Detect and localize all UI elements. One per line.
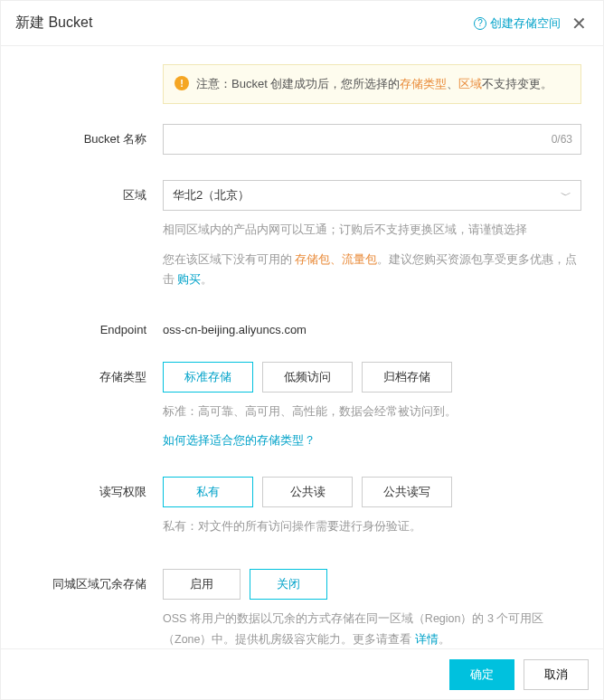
close-icon[interactable]: ✕ (570, 14, 589, 33)
help-icon: ? (474, 17, 486, 30)
storage-hint: 标准：高可靠、高可用、高性能，数据会经常被访问到。 (163, 402, 581, 422)
bucket-name-input[interactable] (163, 124, 581, 155)
acl-hint: 私有：对文件的所有访问操作需要进行身份验证。 (163, 516, 581, 537)
redundancy-option-off[interactable]: 关闭 (250, 569, 327, 600)
label-endpoint: Endpoint (23, 316, 163, 336)
storage-option-standard[interactable]: 标准存储 (163, 362, 253, 393)
label-bucket-name: Bucket 名称 (23, 124, 163, 155)
acl-option-private[interactable]: 私有 (163, 477, 253, 507)
label-region: 区域 (23, 180, 163, 290)
region-select[interactable]: 华北2（北京） ﹀ (163, 180, 581, 211)
label-redundancy: 同城区域冗余存储 (23, 569, 163, 648)
warning-alert: ! 注意：Bucket 创建成功后，您所选择的存储类型、区域不支持变更。 (163, 64, 581, 104)
ok-button[interactable]: 确定 (449, 659, 514, 690)
storage-option-ia[interactable]: 低频访问 (262, 362, 353, 393)
cancel-button[interactable]: 取消 (524, 659, 589, 690)
storage-help-link[interactable]: 如何选择适合您的存储类型？ (163, 434, 316, 447)
acl-option-public-rw[interactable]: 公共读写 (362, 477, 452, 507)
help-link[interactable]: ? 创建存储空间 (474, 15, 561, 32)
name-counter: 0/63 (552, 124, 572, 155)
label-storage-type: 存储类型 (23, 362, 163, 451)
redundancy-option-on[interactable]: 启用 (163, 569, 241, 600)
modal-title: 新建 Bucket (15, 14, 92, 33)
warning-text: 注意：Bucket 创建成功后，您所选择的存储类型、区域不支持变更。 (196, 74, 552, 94)
endpoint-value: oss-cn-beijing.aliyuncs.com (163, 316, 581, 336)
storage-option-archive[interactable]: 归档存储 (362, 362, 452, 393)
help-link-label: 创建存储空间 (490, 15, 561, 32)
acl-option-public-read[interactable]: 公共读 (262, 477, 353, 507)
redundancy-hint: OSS 将用户的数据以冗余的方式存储在同一区域（Region）的 3 个可用区（… (163, 609, 581, 648)
region-hint-1: 相同区域内的产品内网可以互通；订购后不支持更换区域，请谨慎选择 (163, 220, 581, 241)
redundancy-link[interactable]: 详情 (415, 633, 439, 646)
region-selected: 华北2（北京） (173, 187, 250, 203)
buy-link[interactable]: 购买 (177, 273, 201, 286)
label-acl: 读写权限 (23, 477, 163, 537)
region-hint-2: 您在该区域下没有可用的 存储包、流量包。建议您购买资源包享受更多优惠，点击 购买… (163, 250, 581, 290)
chevron-down-icon: ﹀ (561, 188, 571, 203)
warning-icon: ! (175, 76, 189, 90)
